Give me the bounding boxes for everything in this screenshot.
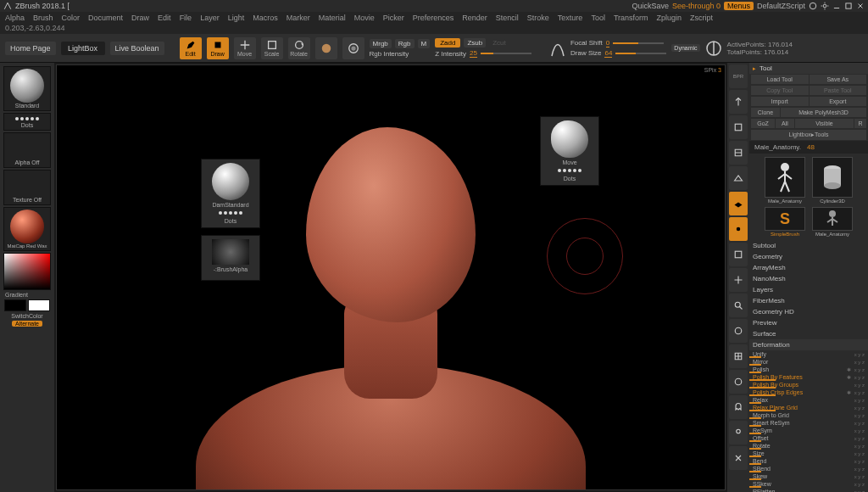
seethrough-slider[interactable]: See-through 0 <box>672 2 721 10</box>
menu-transform[interactable]: Transform <box>614 14 648 22</box>
scale-mode-button[interactable]: Scale <box>261 37 283 59</box>
focal-shift-slider[interactable]: Focal Shift 0 <box>570 39 666 48</box>
menus-toggle[interactable]: Menus <box>724 2 754 10</box>
goz-all-button[interactable]: All <box>776 119 794 128</box>
axis-toggles[interactable]: x y z <box>854 375 865 380</box>
bpr-button[interactable]: BPR <box>729 64 748 88</box>
section-subtool[interactable]: Subtool <box>749 240 868 251</box>
zcut-button[interactable]: Zcut <box>489 38 509 48</box>
section-deformation[interactable]: Deformation <box>749 339 868 350</box>
deform-relax-plane-grid[interactable]: Relax Plane Grid x y z <box>749 404 868 411</box>
menu-layer[interactable]: Layer <box>200 14 220 22</box>
quicksave-button[interactable]: QuickSave <box>632 2 669 10</box>
ghost-button[interactable] <box>729 395 748 419</box>
axis-toggles[interactable]: x y z <box>854 383 865 388</box>
tool-thumb-simplebrush[interactable]: SSimpleBrush <box>763 207 807 237</box>
stroke-slot[interactable]: Dots <box>3 113 51 131</box>
menu-texture[interactable]: Texture <box>558 14 583 22</box>
menu-alpha[interactable]: Alpha <box>5 14 25 22</box>
viewport[interactable]: SPix 3 DamStandard Dots -:BrushAlpha Mov… <box>56 64 726 490</box>
section-preview[interactable]: Preview <box>749 317 868 328</box>
material-slot[interactable]: MatCap Red Wax <box>3 207 51 251</box>
floating-alpha-panel[interactable]: -:BrushAlpha <box>201 235 260 281</box>
menu-preferences[interactable]: Preferences <box>413 14 454 22</box>
gradient-button[interactable]: Gradient <box>2 292 28 298</box>
menu-edit[interactable]: Edit <box>158 14 171 22</box>
move-mode-button[interactable]: Move <box>234 37 256 59</box>
menu-macros[interactable]: Macros <box>253 14 278 22</box>
menu-stencil[interactable]: Stencil <box>496 14 519 22</box>
deform-mirror[interactable]: Mirror x y z <box>749 358 868 366</box>
menu-brush[interactable]: Brush <box>33 14 53 22</box>
paste-tool-button[interactable]: Paste Tool <box>810 86 867 95</box>
section-nanomesh[interactable]: NanoMesh <box>749 273 868 284</box>
transp-button[interactable] <box>729 370 748 394</box>
zadd-button[interactable]: Zadd <box>435 38 460 48</box>
deform-bend[interactable]: Bend x y z <box>749 457 868 465</box>
menu-movie[interactable]: Movie <box>354 14 375 22</box>
import-button[interactable]: Import <box>751 97 809 106</box>
menu-material[interactable]: Material <box>319 14 346 22</box>
menu-color[interactable]: Color <box>62 14 81 22</box>
menu-tool[interactable]: Tool <box>591 14 605 22</box>
axis-toggles[interactable]: x y z <box>854 421 865 426</box>
actual-button[interactable] <box>729 115 748 139</box>
load-tool-button[interactable]: Load Tool <box>751 75 809 84</box>
menu-file[interactable]: File <box>180 14 192 22</box>
zsub-button[interactable]: Zsub <box>464 38 486 48</box>
menu-zplugin[interactable]: Zplugin <box>657 14 682 22</box>
axis-toggles[interactable]: x y z <box>854 413 865 418</box>
solo-button[interactable] <box>729 421 748 444</box>
tool-panel-header[interactable]: Tool <box>749 63 868 74</box>
axis-toggles[interactable]: x y z <box>854 352 865 357</box>
saveas-tool-button[interactable]: Save As <box>810 75 867 84</box>
lightbox-tab[interactable]: LightBox <box>61 42 105 55</box>
deform-polish-crisp-edges[interactable]: Polish Crisp Edges✱ x y z <box>749 389 868 396</box>
section-fibermesh[interactable]: FiberMesh <box>749 295 868 306</box>
secondary-color-swatch[interactable] <box>4 299 26 311</box>
liveboolean-tab[interactable]: Live Boolean <box>110 42 164 55</box>
deform-offset[interactable]: Offset x y z <box>749 434 868 442</box>
help-icon[interactable] <box>809 2 817 10</box>
alpha-slot[interactable]: Alpha Off <box>3 132 51 168</box>
axis-toggles[interactable]: x y z <box>854 489 865 493</box>
deform-polish-by-groups[interactable]: Polish By Groups x y z <box>749 381 868 389</box>
floating-brush-panel-2[interactable]: Move Dots <box>540 116 599 186</box>
section-surface[interactable]: Surface <box>749 328 868 339</box>
deform-polish[interactable]: Polish✱ x y z <box>749 366 868 373</box>
home-tab[interactable]: Home Page <box>5 42 56 55</box>
axis-toggles[interactable]: x y z <box>854 459 865 464</box>
brush-curve-icon[interactable] <box>550 37 565 59</box>
minimize-icon[interactable] <box>832 2 841 10</box>
symmetry-icon[interactable] <box>705 37 722 59</box>
goz-r-button[interactable]: R <box>854 119 866 128</box>
rotate-mode-button[interactable]: Rotate <box>288 37 310 59</box>
rotate-view-button[interactable] <box>729 319 748 343</box>
rgb-button[interactable]: Rgb <box>395 39 415 48</box>
axis-toggles[interactable]: x y z <box>854 428 865 433</box>
axis-toggles[interactable]: x y z <box>854 398 865 403</box>
floor-button[interactable] <box>729 192 748 215</box>
deform-sbend[interactable]: SBend x y z <box>749 465 868 472</box>
menu-zscript[interactable]: Zscript <box>690 14 713 22</box>
deform-rotate[interactable]: Rotate x y z <box>749 442 868 450</box>
deform-size[interactable]: Size x y z <box>749 450 868 457</box>
menu-render[interactable]: Render <box>462 14 487 22</box>
deform-unify[interactable]: Unify x y z <box>749 350 868 358</box>
polyframe-button[interactable] <box>729 344 748 368</box>
axis-toggles[interactable]: x y z <box>854 451 865 456</box>
deform-resym[interactable]: ReSym x y z <box>749 427 868 434</box>
settings-icon[interactable] <box>821 2 829 10</box>
axis-toggles[interactable]: x y z <box>854 390 865 395</box>
gizmo-button[interactable] <box>315 37 337 59</box>
copy-tool-button[interactable]: Copy Tool <box>751 86 809 95</box>
deform-skew[interactable]: Skew x y z <box>749 472 868 480</box>
menu-light[interactable]: Light <box>228 14 245 22</box>
menu-picker[interactable]: Picker <box>383 14 404 22</box>
xpose-button[interactable] <box>729 446 748 470</box>
tool-thumb-anatomy[interactable]: Male_Anatomy <box>763 157 807 204</box>
edit-mode-button[interactable]: Edit <box>180 37 202 59</box>
deform-rflatten[interactable]: RFlatten x y z <box>749 488 868 492</box>
gear-icon[interactable]: ✱ <box>847 374 851 380</box>
floating-brush-panel[interactable]: DamStandard Dots <box>201 159 260 228</box>
